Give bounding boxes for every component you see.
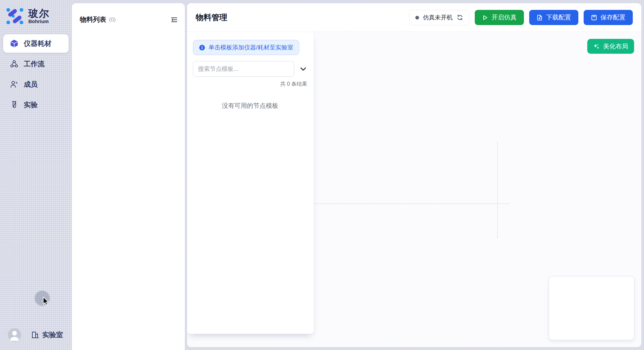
material-list-count: (0): [109, 16, 116, 23]
sidebar-item-workflow[interactable]: 工作流: [3, 55, 69, 73]
user-icon: [8, 328, 21, 341]
sidebar-item-label: 成员: [24, 80, 38, 89]
avatar[interactable]: [8, 328, 21, 341]
building-icon: [31, 331, 40, 339]
result-count: 共 0 条结果: [193, 81, 307, 88]
bohrium-logo-icon: [5, 7, 24, 26]
material-list-title: 物料列表: [80, 15, 106, 24]
chevron-down-icon[interactable]: [299, 65, 307, 73]
play-icon: [482, 15, 488, 21]
sidebar-nav: 仪器耗材 工作流 成员 实验: [3, 34, 69, 114]
material-list-panel: 物料列表 (0): [72, 3, 185, 350]
sidebar-item-label: 工作流: [24, 59, 45, 69]
template-search-input[interactable]: [193, 61, 294, 77]
sparkles-icon: [593, 43, 600, 50]
empty-templates-message: 没有可用的节点模板: [193, 102, 307, 110]
bohrium-lab-app: { "brand": { "name": "玻尔", "subtitle": "…: [0, 0, 644, 350]
minimap[interactable]: [549, 276, 634, 340]
sidebar-item-label: 仪器耗材: [24, 39, 51, 48]
brand-text: 玻尔 Bohrium: [28, 8, 49, 24]
lab-canvas[interactable]: 单击模板添加仪器/耗材至实验室 共 0 条结果 没有可用的节点模板 美化布局: [187, 32, 641, 347]
members-icon: [10, 80, 18, 89]
canvas-guide-vertical: [497, 142, 498, 238]
simulation-status-text: 仿真未开机: [423, 14, 453, 21]
refresh-icon[interactable]: [457, 14, 463, 21]
workflow-icon: [10, 60, 18, 68]
header-actions: 仿真未开机 开启仿真 下载配: [409, 10, 633, 25]
main-panel: 物料管理 仿真未开机 开启仿真: [187, 3, 641, 347]
sidebar-item-label: 实验: [24, 100, 38, 109]
node-templates-panel: 单击模板添加仪器/耗材至实验室 共 0 条结果 没有可用的节点模板: [187, 32, 314, 334]
brand-block: 玻尔 Bohrium: [0, 0, 72, 26]
start-simulation-button[interactable]: 开启仿真: [475, 10, 524, 25]
sidebar-item-instruments[interactable]: 仪器耗材: [3, 34, 69, 53]
brand-name: 玻尔: [28, 8, 49, 19]
save-config-button[interactable]: 保存配置: [584, 10, 633, 25]
page-title: 物料管理: [196, 12, 227, 23]
download-config-button[interactable]: 下载配置: [529, 10, 578, 25]
info-banner-text: 单击模板添加仪器/耗材至实验室: [209, 44, 293, 51]
beautify-layout-label: 美化布局: [603, 42, 628, 51]
mouse-cursor: [41, 296, 51, 306]
info-banner: 单击模板添加仪器/耗材至实验室: [193, 40, 299, 55]
canvas-guide-horizontal: [314, 203, 509, 204]
sidebar-item-experiments[interactable]: 实验: [3, 96, 69, 114]
save-icon: [591, 15, 597, 21]
status-dot-icon: [415, 16, 419, 19]
sidebar-footer: 实验室: [8, 328, 63, 341]
file-download-icon: [536, 15, 543, 21]
brand-subtitle: Bohrium: [28, 18, 49, 24]
beautify-layout-button[interactable]: 美化布局: [587, 39, 634, 54]
lab-switcher[interactable]: 实验室: [31, 330, 63, 339]
template-search-row: [193, 61, 307, 77]
start-simulation-label: 开启仿真: [492, 13, 517, 22]
info-icon: [199, 44, 205, 51]
cube-icon: [10, 39, 18, 48]
simulation-status-pill: 仿真未开机: [409, 10, 469, 25]
sidebar-item-members[interactable]: 成员: [3, 75, 69, 94]
download-config-label: 下载配置: [546, 13, 571, 22]
save-config-label: 保存配置: [600, 13, 626, 22]
main-header: 物料管理 仿真未开机 开启仿真: [187, 3, 641, 32]
experiment-icon: [10, 101, 18, 109]
material-list-header: 物料列表 (0): [72, 3, 185, 24]
collapse-panel-icon[interactable]: [170, 16, 178, 24]
lab-label: 实验室: [42, 330, 63, 339]
